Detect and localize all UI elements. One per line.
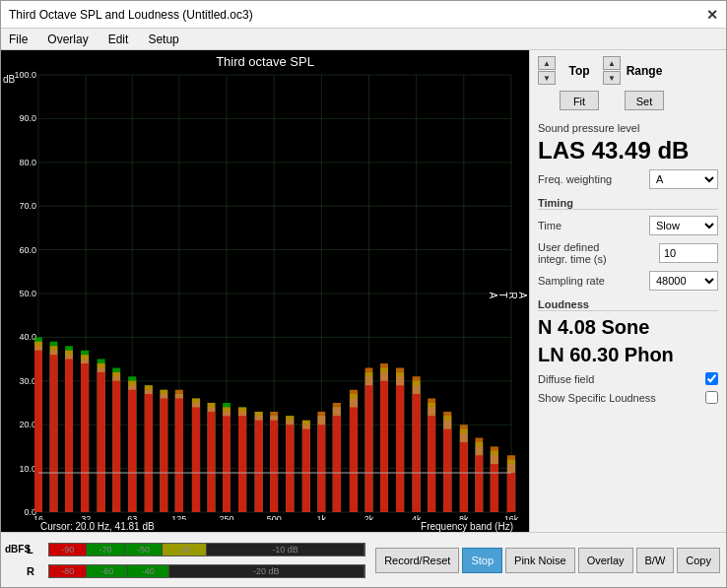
freq-weighting-row: Freq. weighting ABCZ [538, 169, 718, 189]
L-segment-4: -30 [163, 544, 207, 555]
L-segment-3: -50 [125, 544, 163, 555]
spl-section-label: Sound pressure level [538, 122, 718, 134]
stop-btn[interactable]: Stop [462, 548, 502, 573]
show-specific-checkbox[interactable] [705, 391, 718, 404]
menu-edit[interactable]: Edit [104, 32, 133, 47]
menu-file[interactable]: File [5, 32, 32, 47]
nav-controls: ▲ ▼ Top ▲ ▼ Range [538, 56, 718, 85]
sampling-rate-select[interactable]: 480004410096000 [649, 271, 718, 291]
menu-setup[interactable]: Setup [144, 32, 182, 47]
R-segment-4: -20 dB [169, 565, 364, 577]
bw-btn[interactable]: B/W [636, 548, 675, 573]
sampling-rate-label: Sampling rate [538, 275, 605, 287]
L-slider: -90 -70 -50 -30 -10 dB [48, 543, 365, 556]
chart-area: Third octave SPL ARTA Cursor: 20.0 Hz, 4… [1, 50, 529, 532]
title-bar: Third Octave SPL and Loudness (Untitled.… [1, 1, 726, 29]
loudness-value-line2: LN 60.30 Phon [538, 343, 718, 366]
time-row: Time SlowFastImpulse [538, 216, 718, 235]
L-segment-2: -70 [87, 544, 124, 555]
top-btn-group: ▲ ▼ [538, 56, 556, 85]
freq-weighting-select[interactable]: ABCZ [649, 169, 718, 189]
diffuse-field-checkbox[interactable] [705, 372, 718, 385]
user-defined-input[interactable] [659, 243, 718, 263]
user-defined-label: User definedintegr. time (s) [538, 241, 607, 265]
top-up-btn[interactable]: ▲ [538, 56, 556, 70]
main-window: Third Octave SPL and Loudness (Untitled.… [0, 0, 727, 588]
show-specific-row: Show Specific Loudness [538, 391, 718, 404]
record-reset-btn[interactable]: Record/Reset [375, 548, 459, 573]
L-label: L [27, 544, 46, 555]
fit-set-controls: Fit Set [538, 91, 718, 110]
fit-btn[interactable]: Fit [560, 91, 599, 110]
pink-noise-btn[interactable]: Pink Noise [505, 548, 575, 573]
menu-bar: File Overlay Edit Setup [1, 29, 726, 50]
timing-section-title: Timing [538, 197, 718, 210]
set-btn[interactable]: Set [625, 91, 664, 110]
cursor-info: Cursor: 20.0 Hz, 41.81 dB [36, 521, 277, 532]
dbfs-label: dBFS [5, 544, 25, 555]
copy-btn[interactable]: Copy [677, 548, 720, 573]
top-label: Top [560, 64, 599, 78]
range-down-btn[interactable]: ▼ [603, 71, 621, 85]
time-label: Time [538, 220, 562, 231]
L-segment-5: -10 dB [207, 544, 364, 555]
side-panel: ▲ ▼ Top ▲ ▼ Range Fit Set Sound pressure… [529, 50, 726, 532]
main-area: Third octave SPL ARTA Cursor: 20.0 Hz, 4… [1, 50, 726, 532]
L-segment-1: -90 [49, 544, 87, 555]
sampling-rate-row: Sampling rate 480004410096000 [538, 271, 718, 291]
R-segment-3: -40 [128, 565, 169, 577]
R-segment-1: -80 [49, 565, 87, 577]
chart-title: Third octave SPL [1, 50, 529, 71]
chart-canvas-wrap: ARTA [1, 71, 529, 520]
chart-canvas [1, 71, 529, 520]
bottom-bar: dBFS L -90 -70 -50 -30 -10 dB dBFS R -80… [1, 532, 726, 587]
overlay-btn[interactable]: Overlay [578, 548, 633, 573]
range-label: Range [625, 64, 664, 78]
user-defined-row: User definedintegr. time (s) [538, 241, 718, 265]
loudness-section-title: Loudness [538, 298, 718, 311]
freq-weighting-label: Freq. weighting [538, 173, 612, 185]
db-section: dBFS L -90 -70 -50 -30 -10 dB dBFS R -80… [1, 537, 369, 584]
diffuse-field-label: Diffuse field [538, 373, 594, 385]
range-up-btn[interactable]: ▲ [603, 56, 621, 70]
menu-overlay[interactable]: Overlay [43, 32, 92, 47]
show-specific-label: Show Specific Loudness [538, 392, 656, 404]
db-L-row: dBFS L -90 -70 -50 -30 -10 dB [5, 539, 365, 560]
freq-label: Frequency band (Hz) [277, 521, 529, 532]
time-select[interactable]: SlowFastImpulse [649, 216, 718, 235]
R-slider: -80 -60 -40 -20 dB [48, 564, 365, 578]
spl-value: LAS 43.49 dB [538, 138, 718, 163]
range-btn-group: ▲ ▼ [603, 56, 621, 85]
R-segment-2: -60 [87, 565, 128, 577]
db-R-row: dBFS R -80 -60 -40 -20 dB [5, 560, 365, 582]
diffuse-field-row: Diffuse field [538, 372, 718, 385]
R-label: R [27, 565, 46, 577]
arta-watermark: ARTA [488, 292, 527, 298]
top-down-btn[interactable]: ▼ [538, 71, 556, 85]
loudness-value-line1: N 4.08 Sone [538, 315, 718, 339]
window-title: Third Octave SPL and Loudness (Untitled.… [9, 8, 253, 22]
action-buttons: Record/Reset Stop Pink Noise Overlay B/W… [369, 544, 726, 577]
close-button[interactable]: ✕ [706, 7, 718, 23]
